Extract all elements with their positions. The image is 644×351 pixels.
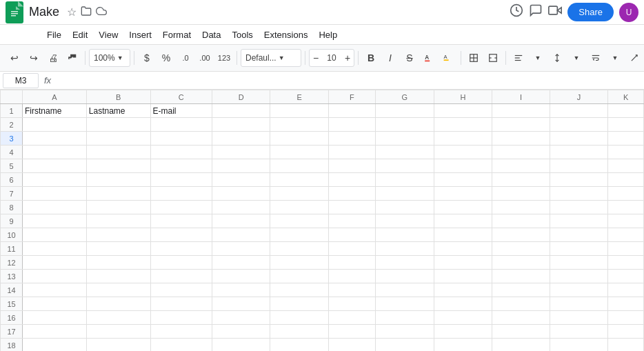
cell-18-D[interactable] (212, 339, 270, 352)
cell-12-G[interactable] (375, 256, 434, 270)
cell-7-A[interactable] (23, 187, 87, 201)
cell-7-I[interactable] (492, 187, 550, 201)
cell-10-E[interactable] (270, 228, 329, 242)
cell-4-K[interactable] (608, 146, 644, 159)
cell-2-D[interactable] (212, 118, 270, 132)
cell-15-H[interactable] (434, 297, 492, 311)
valign-dropdown-button[interactable]: ▼ (567, 49, 585, 67)
number-format-button[interactable]: 123 (215, 49, 233, 67)
cell-11-D[interactable] (212, 242, 270, 256)
cell-4-B[interactable] (86, 146, 150, 159)
col-header-i[interactable]: I (492, 90, 550, 104)
cell-14-C[interactable] (150, 283, 212, 297)
cell-4-H[interactable] (434, 146, 492, 159)
formula-input[interactable] (57, 73, 641, 88)
cell-11-E[interactable] (270, 242, 329, 256)
cell-18-G[interactable] (375, 339, 434, 352)
align-dropdown-button[interactable]: ▼ (529, 49, 547, 67)
sheet-container[interactable]: A B C D E F G H I J K 1FirstnameLastname… (0, 90, 644, 351)
cell-12-C[interactable] (150, 256, 212, 270)
cell-1-F[interactable] (328, 104, 375, 118)
cell-13-J[interactable] (550, 270, 608, 283)
cell-8-E[interactable] (270, 201, 329, 214)
paint-format-button[interactable] (63, 49, 81, 67)
cell-16-H[interactable] (434, 311, 492, 325)
cell-9-C[interactable] (150, 214, 212, 228)
menu-item-format[interactable]: Format (157, 28, 197, 41)
align-left-button[interactable] (510, 49, 527, 67)
cell-7-K[interactable] (608, 187, 644, 201)
cell-1-G[interactable] (375, 104, 434, 118)
cell-10-B[interactable] (86, 228, 150, 242)
cell-9-A[interactable] (23, 214, 87, 228)
cell-14-H[interactable] (434, 283, 492, 297)
cell-14-B[interactable] (86, 283, 150, 297)
cell-1-K[interactable] (608, 104, 644, 118)
menu-item-insert[interactable]: Insert (123, 28, 157, 41)
cell-10-I[interactable] (492, 228, 550, 242)
cell-17-I[interactable] (492, 325, 550, 339)
video-icon[interactable] (548, 3, 562, 21)
percent-button[interactable]: % (157, 49, 175, 67)
cell-12-E[interactable] (270, 256, 329, 270)
cell-4-D[interactable] (212, 146, 270, 159)
star-icon[interactable]: ☆ (67, 6, 77, 19)
cell-3-G[interactable] (375, 132, 434, 146)
cell-3-A[interactable] (23, 132, 87, 146)
cell-6-D[interactable] (212, 173, 270, 187)
col-header-a[interactable]: A (23, 90, 87, 104)
cell-16-I[interactable] (492, 311, 550, 325)
cell-6-C[interactable] (150, 173, 212, 187)
cell-1-B[interactable]: Lastname (86, 104, 150, 118)
cell-reference[interactable]: M3 (3, 73, 39, 88)
doc-title[interactable]: Make (29, 5, 59, 19)
cell-3-F[interactable] (328, 132, 375, 146)
cell-2-I[interactable] (492, 118, 550, 132)
borders-button[interactable] (465, 49, 483, 67)
row-header-15[interactable]: 15 (1, 297, 23, 311)
cell-15-I[interactable] (492, 297, 550, 311)
cell-4-F[interactable] (328, 146, 375, 159)
col-header-c[interactable]: C (150, 90, 212, 104)
font-size-decrease[interactable]: − (310, 49, 322, 67)
row-header-4[interactable]: 4 (1, 146, 23, 159)
cell-8-D[interactable] (212, 201, 270, 214)
cell-1-I[interactable] (492, 104, 550, 118)
row-header-10[interactable]: 10 (1, 228, 23, 242)
row-header-17[interactable]: 17 (1, 325, 23, 339)
cell-4-E[interactable] (270, 146, 329, 159)
cell-18-H[interactable] (434, 339, 492, 352)
cell-14-D[interactable] (212, 283, 270, 297)
cell-6-J[interactable] (550, 173, 608, 187)
cell-8-C[interactable] (150, 201, 212, 214)
cell-3-I[interactable] (492, 132, 550, 146)
font-select[interactable]: Defaul... ▼ (241, 49, 301, 67)
cell-5-B[interactable] (86, 159, 150, 173)
cell-10-F[interactable] (328, 228, 375, 242)
cell-18-K[interactable] (608, 339, 644, 352)
cell-18-A[interactable] (23, 339, 87, 352)
cell-2-J[interactable] (550, 118, 608, 132)
cell-2-B[interactable] (86, 118, 150, 132)
row-header-18[interactable]: 18 (1, 339, 23, 352)
row-header-3[interactable]: 3 (1, 132, 23, 146)
cell-9-B[interactable] (86, 214, 150, 228)
cell-18-F[interactable] (328, 339, 375, 352)
cell-2-A[interactable] (23, 118, 87, 132)
cell-3-E[interactable] (270, 132, 329, 146)
cell-13-H[interactable] (434, 270, 492, 283)
cell-18-J[interactable] (550, 339, 608, 352)
cell-16-G[interactable] (375, 311, 434, 325)
cell-14-I[interactable] (492, 283, 550, 297)
col-header-h[interactable]: H (434, 90, 492, 104)
cell-18-I[interactable] (492, 339, 550, 352)
cell-3-B[interactable] (86, 132, 150, 146)
cell-13-E[interactable] (270, 270, 329, 283)
cell-15-F[interactable] (328, 297, 375, 311)
menu-item-edit[interactable]: Edit (67, 28, 93, 41)
cell-18-C[interactable] (150, 339, 212, 352)
cell-2-G[interactable] (375, 118, 434, 132)
cell-4-I[interactable] (492, 146, 550, 159)
cell-6-I[interactable] (492, 173, 550, 187)
cell-11-G[interactable] (375, 242, 434, 256)
